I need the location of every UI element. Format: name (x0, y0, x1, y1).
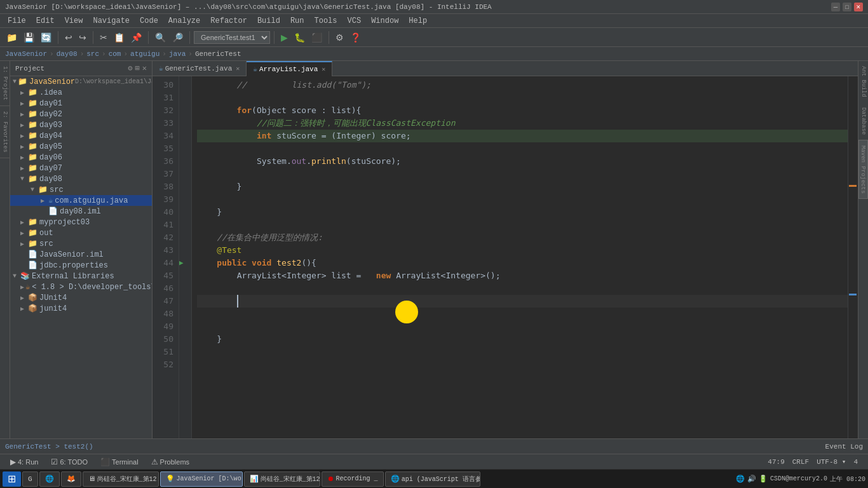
tree-item-myproject03[interactable]: ▶📁myproject03 (10, 217, 152, 227)
toolbar-open-button[interactable]: 📁 (4, 31, 20, 44)
tree-item-src2[interactable]: ▶📁src (10, 238, 152, 249)
breadcrumb-item-2[interactable]: day08 (57, 50, 78, 58)
taskbar-item-shanggui1[interactable]: 🖥 尚硅谷_宋红康_第12... (83, 471, 159, 487)
tree-item-package[interactable]: ▶☕com.atguigu.java (10, 195, 152, 206)
maven-projects-tab[interactable]: Maven Projects (858, 140, 868, 200)
tab-generictest-label: GenericTest.java (165, 65, 233, 72)
toolbar-redo-button[interactable]: ↪ (76, 31, 89, 44)
minimize-button[interactable]: ─ (831, 3, 840, 11)
tree-item-ext-libs[interactable]: ▼📚External Libraries (10, 271, 152, 281)
taskbar-item-browser1[interactable]: 🌐 (39, 471, 60, 487)
package-icon: ☕ (48, 196, 53, 205)
project-tab[interactable]: 1: Project (0, 61, 10, 106)
help-button[interactable]: ❓ (348, 31, 363, 44)
close-button[interactable]: ✕ (854, 3, 863, 11)
tree-item-jdbc-props[interactable]: ▶📄jdbc.properties (10, 260, 152, 271)
code-line-31 (197, 92, 848, 104)
code-content[interactable]: // list.add("Tom"); for(Object score : l… (192, 76, 848, 438)
breadcrumb-item-6[interactable]: java (169, 50, 186, 58)
taskbar-right: 🌐 🔊 🔋 CSDN@mercury2.0 上午 08:20 (736, 475, 865, 484)
taskbar-item-shanggui2[interactable]: 📊 尚硅谷_宋红康_第12... (244, 471, 320, 487)
tree-item-out[interactable]: ▶📁out (10, 227, 152, 238)
tree-item-day05[interactable]: ▶📁day05 (10, 141, 152, 152)
taskbar-item-browser2[interactable]: 🦊 (61, 471, 81, 487)
toolbar-cut-button[interactable]: ✂ (97, 31, 110, 44)
menu-item-window[interactable]: Window (366, 15, 403, 27)
tree-item-day01[interactable]: ▶📁day01 (10, 98, 152, 109)
breadcrumb-item-7[interactable]: GenericTest (195, 50, 241, 58)
sidebar-close-icon[interactable]: ✕ (142, 64, 147, 73)
problems-tab-button[interactable]: ⚠ Problems (146, 456, 194, 468)
tab-arraylist-close[interactable]: ✕ (322, 65, 325, 73)
tree-item-idea[interactable]: ▶ 📁 .idea (10, 87, 152, 98)
tree-item-day04[interactable]: ▶📁day04 (10, 130, 152, 141)
tree-item-junit4b[interactable]: ▶📦junit4 (10, 303, 152, 314)
stop-button[interactable]: ⬛ (309, 31, 325, 44)
toolbar-sync-button[interactable]: 🔄 (38, 31, 54, 44)
tree-item-javasenior-iml[interactable]: ▶📄JavaSenior.iml (10, 249, 152, 260)
settings-button[interactable]: ⚙ (333, 31, 346, 44)
tree-item-day08[interactable]: ▼📁day08 (10, 173, 152, 184)
sidebar-gear-icon[interactable]: ⚙ (128, 64, 132, 73)
maximize-button[interactable]: □ (843, 3, 851, 11)
menu-item-run[interactable]: Run (285, 15, 309, 27)
database-tab[interactable]: Database (858, 102, 868, 140)
run-config-dropdown[interactable]: GenericTest.test1 (194, 31, 270, 44)
tab-generictest[interactable]: ☕ GenericTest.java ✕ (153, 61, 247, 76)
ant-build-tab[interactable]: Ant Build (858, 61, 868, 102)
menu-item-tools[interactable]: Tools (309, 15, 342, 27)
menu-item-help[interactable]: Help (403, 15, 432, 27)
terminal-tab-button[interactable]: ⬛ Terminal (95, 456, 144, 468)
debug-button[interactable]: 🐛 (292, 31, 308, 44)
taskbar-item-google[interactable]: G (22, 471, 38, 487)
menu-item-navigate[interactable]: Navigate (88, 15, 135, 27)
breadcrumb-item-3[interactable]: src (86, 50, 99, 58)
favorites-tab[interactable]: 2: Favorites (0, 106, 10, 158)
start-button[interactable]: ⊞ (3, 471, 21, 487)
tab-arraylist[interactable]: ☕ ArrayList.java ✕ (247, 61, 332, 76)
run-gutter-icon[interactable]: ▶ (179, 257, 191, 269)
tree-item-day07[interactable]: ▶📁day07 (10, 163, 152, 173)
code-line-50: } (197, 333, 848, 346)
tree-root[interactable]: ▼ 📁 JavaSenior D:\workspace_idea1\JavaSe… (10, 76, 152, 87)
status-event-log[interactable]: Event Log (825, 443, 863, 451)
tab-generictest-close[interactable]: ✕ (236, 65, 240, 72)
tree-item-day08iml[interactable]: ▶📄day08.iml (10, 206, 152, 217)
menu-item-vcs[interactable]: VCS (342, 15, 367, 27)
breadcrumb-item-1[interactable]: JavaSenior (5, 50, 47, 58)
todo-tab-button[interactable]: ☑ 6: TODO (46, 456, 93, 468)
tree-item-jdk[interactable]: ▶☕< 1.8 > D:\developer_tools\Java\jdk1.8… (10, 281, 152, 292)
tree-label-idea: .idea (39, 88, 62, 97)
tab-arraylist-icon: ☕ (253, 65, 257, 73)
tree-item-junit4[interactable]: ▶📦JUnit4 (10, 292, 152, 303)
sidebar-layout-icon[interactable]: ⊞ (135, 64, 140, 73)
tree-item-day03[interactable]: ▶📁day03 (10, 119, 152, 130)
toolbar-save-button[interactable]: 💾 (21, 31, 37, 44)
menu-item-code[interactable]: Code (135, 15, 163, 27)
taskbar-item-recording[interactable]: ⏺ Recording _ (322, 471, 384, 487)
toolbar-copy-button[interactable]: 📋 (111, 31, 127, 44)
toolbar-replace-button[interactable]: 🔎 (170, 31, 186, 44)
day01-icon: 📁 (28, 98, 37, 108)
menu-item-view[interactable]: View (60, 15, 88, 27)
taskbar-item-api[interactable]: 🌐 api (JavaScript 语言参考... (385, 471, 480, 487)
breadcrumb-item-4[interactable]: com (109, 50, 121, 58)
run-button[interactable]: ▶ (278, 31, 290, 44)
menu-item-analyze[interactable]: Analyze (163, 15, 205, 27)
tree-item-day02[interactable]: ▶📁day02 (10, 109, 152, 119)
menu-item-refactor[interactable]: Refactor (205, 15, 252, 27)
tree-item-src[interactable]: ▼📁src (10, 184, 152, 195)
menu-item-file[interactable]: File (3, 15, 31, 27)
scroll-marker-2 (849, 294, 857, 295)
code-line-35 (197, 142, 848, 155)
taskbar-item-intellij[interactable]: 💡 JavaSenior [D:\wor... (160, 471, 243, 487)
title-bar: JavaSenior [D:\workspace_idea1\JavaSenio… (0, 0, 868, 14)
toolbar-paste-button[interactable]: 📌 (128, 31, 144, 44)
toolbar-undo-button[interactable]: ↩ (62, 31, 75, 44)
menu-item-edit[interactable]: Edit (31, 15, 60, 27)
tree-item-day06[interactable]: ▶📁day06 (10, 152, 152, 163)
toolbar-search-button[interactable]: 🔍 (153, 31, 168, 44)
run-tab-button[interactable]: ▶ 4: Run (5, 456, 43, 468)
breadcrumb-item-5[interactable]: atguigu (130, 50, 159, 58)
menu-item-build[interactable]: Build (252, 15, 285, 27)
